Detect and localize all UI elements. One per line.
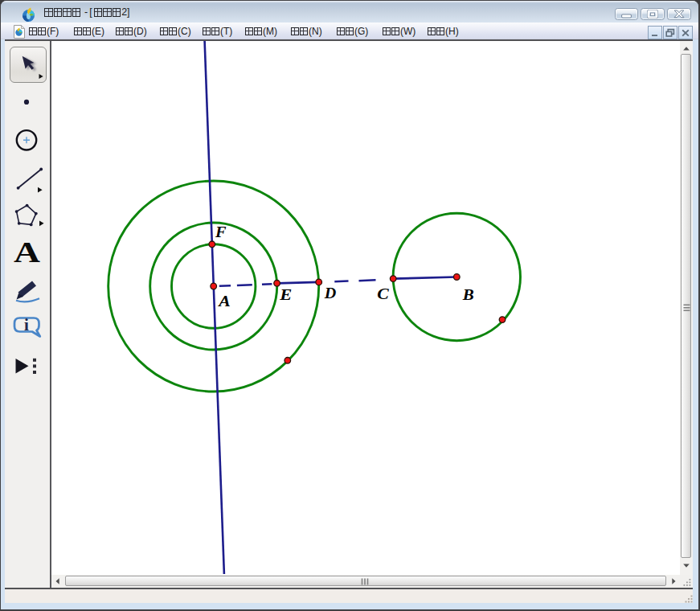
svg-text:A: A bbox=[218, 293, 231, 310]
svg-text:D: D bbox=[323, 285, 336, 301]
svg-text:A: A bbox=[14, 236, 40, 269]
svg-text:B: B bbox=[461, 286, 473, 303]
svg-text:i: i bbox=[24, 315, 29, 334]
svg-text:E: E bbox=[279, 286, 292, 303]
svg-text:C: C bbox=[377, 285, 389, 302]
svg-text:F: F bbox=[214, 223, 226, 240]
